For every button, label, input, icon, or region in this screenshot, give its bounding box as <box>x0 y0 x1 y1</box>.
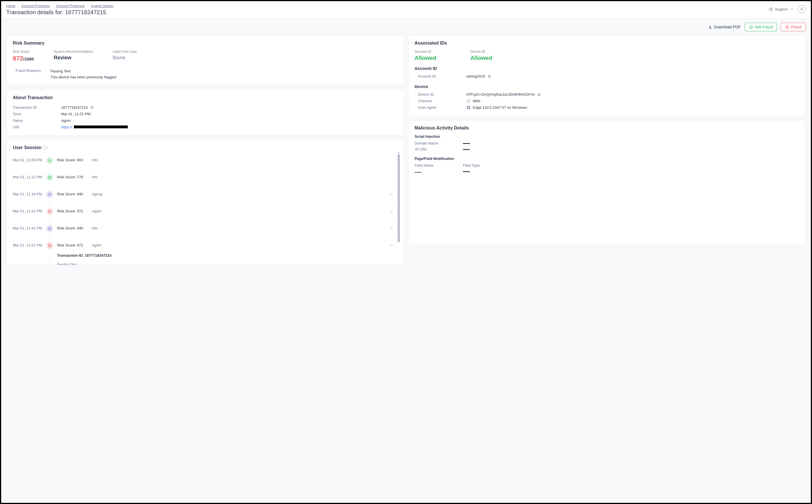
fraud-button[interactable]: Fraud <box>781 23 806 31</box>
svg-rect-1 <box>770 9 771 10</box>
user-avatar[interactable] <box>798 5 806 13</box>
download-pdf-link[interactable]: Download PDF <box>708 25 741 29</box>
risk-summary-title: Risk Summary <box>13 41 398 46</box>
session-name: signup <box>92 191 103 197</box>
fraud-reasons-label: Fraud Reasons <box>16 68 41 80</box>
chevron-down-icon[interactable] <box>390 208 395 214</box>
info-icon[interactable]: i <box>43 145 47 150</box>
breadcrumb-analyst-station[interactable]: Analyst Station <box>91 4 114 8</box>
not-fraud-button[interactable]: Not Fraud <box>745 23 777 31</box>
session-badge-icon <box>46 157 53 164</box>
breadcrumb-home[interactable]: Home <box>6 4 15 8</box>
field-type-label: Field Type <box>463 163 511 168</box>
copy-icon[interactable] <box>537 93 541 97</box>
action-row: Download PDF Not Fraud Fraud <box>1 19 811 35</box>
breadcrumb-ap2[interactable]: Account Protection <box>56 4 85 8</box>
txid-label: Transaction ID <box>13 105 61 110</box>
session-detail-reasons: Pasting TextThis device has been previou… <box>57 262 395 265</box>
session-time: Mar 01, 11:41 PM <box>13 208 42 213</box>
account-id-status-value: Allowed <box>415 55 437 61</box>
support-menu[interactable]: Support <box>769 7 794 11</box>
associated-ids-title: Associated IDs <box>415 41 800 46</box>
session-score: Risk Score: 603 <box>57 157 85 162</box>
support-label: Support <box>775 7 788 11</box>
malicious-activity-title: Malicious Activity Details <box>415 126 800 131</box>
risk-rec-label: System Recommendation <box>54 50 93 54</box>
session-detail-txid: Transaction ID: 1677718247215 <box>57 253 395 258</box>
session-score: Risk Score: 872 <box>57 242 85 248</box>
windows-icon <box>466 105 471 110</box>
js-url-label: JS URL <box>415 147 463 151</box>
empty-value-dash <box>463 149 470 150</box>
session-time: Mar 01, 11:12 PM <box>13 174 42 179</box>
risk-score-value: 872/1000 <box>13 55 34 62</box>
copy-icon[interactable] <box>487 74 491 78</box>
name-label: Name <box>13 118 61 123</box>
session-time: Mar 01, 11:41 PM <box>13 225 42 230</box>
chevron-down-icon[interactable] <box>390 225 395 231</box>
headset-icon <box>769 7 773 11</box>
svg-point-4 <box>750 25 753 28</box>
svg-rect-35 <box>469 108 470 109</box>
device-id-row-label: Device ID <box>418 92 466 97</box>
svg-line-12 <box>49 177 51 178</box>
session-badge-icon <box>46 174 53 181</box>
scrollbar-thumb[interactable] <box>398 154 400 242</box>
malicious-activity-card: Malicious Activity Details Script Inject… <box>408 120 806 246</box>
session-item[interactable]: Mar 01, 11:41 PMRisk Score: 872signin <box>13 205 395 222</box>
device-id-status-value: Allowed <box>470 55 492 61</box>
fraud-reasons-text: Pasting Text This device has been previo… <box>51 68 116 80</box>
session-name: info <box>92 174 98 179</box>
breadcrumb-ap1[interactable]: Account Protection <box>21 4 50 8</box>
svg-rect-28 <box>538 93 540 95</box>
empty-value-dash <box>415 172 421 173</box>
account-id-status-label: Account ID <box>415 50 437 54</box>
about-transaction-card: About Transaction Transaction ID 1677718… <box>6 90 404 136</box>
session-item: Mar 01, 11:12 PMRisk Score: 770info <box>13 171 395 188</box>
script-injection-header: Script Injection <box>415 135 800 139</box>
associated-ids-card: Associated IDs Account ID Allowed Device… <box>408 35 806 116</box>
about-transaction-title: About Transaction <box>13 95 398 100</box>
chevron-down-icon <box>790 7 794 11</box>
session-name: signin <box>92 242 101 248</box>
user-session-card: User Session i ▲ Mar 01, 11:09 PMRisk Sc… <box>6 140 404 265</box>
chevron-down-icon[interactable] <box>390 191 395 197</box>
account-id-row-label: Account ID <box>418 74 466 78</box>
chevron-up-icon[interactable] <box>390 242 395 248</box>
channel-value: Web <box>466 99 481 103</box>
session-item[interactable]: Mar 01, 11:41 PMRisk Score: 840info <box>13 222 395 239</box>
svg-point-3 <box>801 8 802 9</box>
svg-line-14 <box>49 194 51 195</box>
svg-rect-9 <box>91 106 93 108</box>
check-circle-icon <box>749 25 753 29</box>
scroll-up-arrow-icon[interactable]: ▲ <box>397 151 400 154</box>
session-scroll-area[interactable]: ▲ Mar 01, 11:09 PMRisk Score: 603infoMar… <box>13 154 395 265</box>
domain-name-label: Domain Name <box>415 141 463 145</box>
url-value[interactable]: https:// <box>61 125 128 129</box>
svg-line-18 <box>49 228 51 229</box>
svg-rect-8 <box>91 107 93 108</box>
session-item[interactable]: Mar 01, 11:16 PMRisk Score: 840signup <box>13 188 395 205</box>
svg-rect-34 <box>467 108 468 109</box>
session-item: Mar 01, 11:09 PMRisk Score: 603info <box>13 154 395 171</box>
session-badge-icon <box>46 208 53 215</box>
not-fraud-label: Not Fraud <box>755 25 773 29</box>
svg-line-20 <box>49 245 51 246</box>
channel-label: Channel <box>418 99 466 103</box>
svg-rect-33 <box>469 106 470 107</box>
risk-userlabel-label: Label from User <box>113 50 137 54</box>
user-agent-value: Edge 110.0.1587.57 on Windows <box>466 105 527 110</box>
fraud-label: Fraud <box>791 25 801 29</box>
x-circle-icon <box>785 25 789 29</box>
copy-icon[interactable] <box>90 105 94 109</box>
session-badge-icon <box>46 242 53 249</box>
svg-rect-26 <box>488 75 490 77</box>
svg-rect-2 <box>772 9 772 10</box>
risk-score-label: Risk Score <box>13 50 34 54</box>
session-badge-icon <box>46 191 53 198</box>
empty-value-dash <box>463 171 470 172</box>
txid-value: 1677718247215 <box>61 105 94 110</box>
session-time: Mar 01, 11:51 PM <box>13 242 42 247</box>
empty-value-dash <box>463 143 470 144</box>
session-item[interactable]: Mar 01, 11:51 PMRisk Score: 872signinTra… <box>13 239 395 265</box>
